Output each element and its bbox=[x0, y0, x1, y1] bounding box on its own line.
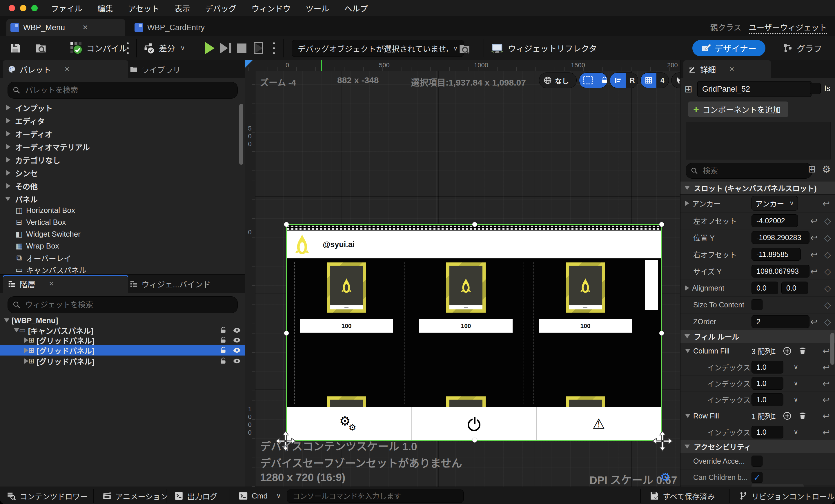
add-component-button[interactable]: + コンポーネントを追加 bbox=[688, 101, 788, 117]
menu-view[interactable]: 表示 bbox=[174, 3, 190, 14]
revert-icon[interactable]: ↩ bbox=[810, 249, 818, 260]
bind-diamond-icon[interactable]: ◇ bbox=[824, 317, 831, 327]
palette-category-editor[interactable]: エディタ bbox=[0, 114, 245, 127]
widget-name-field[interactable] bbox=[697, 81, 812, 97]
diff-button[interactable]: 差分∨ bbox=[159, 36, 185, 60]
eye-icon[interactable] bbox=[233, 336, 241, 344]
can-children-checkbox[interactable]: ✓ bbox=[752, 472, 762, 483]
zorder-field[interactable]: 2 bbox=[752, 315, 810, 328]
revert-icon[interactable]: ↩ bbox=[810, 317, 818, 327]
play-button[interactable] bbox=[205, 42, 215, 55]
compile-options-kebab-icon[interactable] bbox=[127, 42, 129, 54]
resize-handle[interactable] bbox=[659, 331, 664, 336]
tree-node-grid-panel-3[interactable]: ⊞[グリッドパネル] bbox=[0, 356, 245, 366]
revert-icon[interactable]: ↩ bbox=[810, 266, 818, 276]
palette-search[interactable] bbox=[7, 82, 238, 99]
position-y-field[interactable]: -1098.290283 bbox=[752, 231, 810, 244]
index-field[interactable]: 1.0 bbox=[752, 393, 783, 406]
alignment-x-field[interactable]: 0.0 bbox=[752, 282, 778, 294]
chevron-down-icon[interactable]: ∨ bbox=[794, 380, 798, 387]
settings-cell[interactable]: ⚙⚙ bbox=[287, 407, 412, 440]
close-icon[interactable]: ✕ bbox=[729, 65, 734, 73]
palette-category-input[interactable]: インプット bbox=[0, 101, 245, 114]
grid-snap-toggle[interactable]: 4 bbox=[640, 73, 669, 88]
revert-icon[interactable]: ↩ bbox=[810, 233, 818, 243]
traffic-light-close-icon[interactable] bbox=[9, 5, 15, 11]
eye-icon[interactable] bbox=[233, 346, 241, 355]
grid-icon[interactable] bbox=[641, 73, 656, 88]
chevron-down-icon[interactable]: ∨ bbox=[794, 428, 798, 436]
trash-icon[interactable] bbox=[798, 346, 807, 355]
bind-diamond-icon[interactable]: ◇ bbox=[824, 266, 831, 276]
browse-asset-icon[interactable] bbox=[35, 42, 47, 55]
eye-icon[interactable] bbox=[233, 326, 241, 334]
revert-icon[interactable]: ↩ bbox=[822, 395, 830, 405]
chevron-down-icon[interactable]: ∨ bbox=[794, 363, 798, 371]
warning-cell[interactable]: ⚠ bbox=[537, 407, 661, 440]
palette-category-synth[interactable]: シンセ bbox=[0, 166, 245, 179]
tree-node-grid-panel-2-selected[interactable]: ⊞[グリッドパネル] bbox=[0, 345, 245, 356]
palette-category-audio-material[interactable]: オーディオマテリアル bbox=[0, 140, 245, 153]
section-slot[interactable]: スロット (キャンバスパネルスロット) bbox=[680, 182, 835, 195]
resize-handle[interactable] bbox=[472, 438, 477, 443]
tree-node-canvas-panel[interactable]: ▭[キャンバスパネル] bbox=[0, 325, 245, 335]
override-accessibility-checkbox[interactable] bbox=[752, 456, 762, 467]
revert-icon[interactable]: ↩ bbox=[822, 362, 830, 372]
marquee-select-icon[interactable] bbox=[579, 73, 597, 88]
add-element-icon[interactable] bbox=[782, 346, 792, 356]
cursor-tool-button[interactable] bbox=[671, 73, 680, 88]
card-2[interactable] bbox=[446, 262, 486, 313]
palette-item-horizontal-box[interactable]: ◫Horizontal Box bbox=[0, 204, 245, 216]
parent-class-link[interactable]: ユーザーウィジェット bbox=[749, 23, 827, 34]
palette-category-panel[interactable]: パネル bbox=[0, 193, 245, 205]
cmd-dropdown[interactable]: Cmd∨ bbox=[238, 487, 281, 504]
animation-button[interactable]: アニメーション bbox=[102, 487, 168, 504]
chevron-down-icon[interactable]: ∨ bbox=[794, 396, 798, 403]
bind-diamond-icon[interactable]: ◇ bbox=[824, 233, 831, 243]
size-y-field[interactable]: 1098.067993 bbox=[752, 265, 810, 278]
offset-left-field[interactable]: -4.02002 bbox=[752, 214, 798, 227]
debug-object-dropdown[interactable]: デバッグオブジェクトが選択されていません∨ bbox=[292, 40, 464, 57]
settings-gear-icon[interactable]: ⚙ bbox=[822, 164, 831, 175]
content-drawer-button[interactable]: コンテンツドロワー bbox=[6, 487, 87, 504]
trash-icon[interactable] bbox=[798, 411, 807, 420]
menu-help[interactable]: ヘルプ bbox=[344, 3, 368, 14]
tree-node-grid-panel-1[interactable]: ⊞[グリッドパネル] bbox=[0, 335, 245, 345]
respect-locks-toggle[interactable]: R bbox=[610, 73, 638, 88]
tab-hierarchy[interactable]: 階層 ✕ bbox=[3, 275, 128, 293]
widget-reflector-button[interactable]: ウィジェットリフレクタ bbox=[508, 36, 597, 60]
alignment-y-field[interactable]: 0.0 bbox=[781, 282, 808, 294]
close-icon[interactable]: ✕ bbox=[49, 280, 54, 288]
palette-item-canvas-panel[interactable]: ▭キャンバスパネル bbox=[0, 264, 245, 276]
size-to-content-checkbox[interactable] bbox=[752, 299, 762, 310]
details-search[interactable] bbox=[686, 163, 812, 179]
revert-icon[interactable]: ↩ bbox=[822, 427, 830, 437]
graph-mode-button[interactable]: グラフ bbox=[783, 40, 822, 56]
compile-button[interactable]: コンパイル bbox=[86, 36, 127, 60]
revert-icon[interactable]: ↩ bbox=[810, 216, 818, 226]
outline-mode-icon[interactable] bbox=[610, 73, 626, 88]
tab-palette[interactable]: パレット ✕ bbox=[3, 60, 128, 78]
selection-lock-toggle[interactable] bbox=[579, 73, 607, 88]
resize-handle[interactable] bbox=[472, 222, 477, 227]
tab-close-icon[interactable]: ✕ bbox=[82, 23, 88, 32]
index-field[interactable]: 1.0 bbox=[752, 361, 783, 374]
tab-widget-bind[interactable]: ウィジェ...バインド bbox=[125, 275, 216, 293]
lock-icon[interactable] bbox=[220, 357, 227, 365]
menu-edit[interactable]: 編集 bbox=[97, 3, 113, 14]
stop-button[interactable] bbox=[237, 43, 246, 53]
revert-icon[interactable]: ↩ bbox=[822, 411, 830, 421]
offset-right-field[interactable]: -11.89585 bbox=[752, 248, 801, 261]
tree-node-root[interactable]: [WBP_Menu] bbox=[0, 316, 245, 325]
palette-category-other[interactable]: その他 bbox=[0, 180, 245, 192]
bind-diamond-icon[interactable]: ◇ bbox=[824, 283, 831, 293]
is-variable-checkbox[interactable] bbox=[810, 83, 821, 94]
palette-item-vertical-box[interactable]: ⊟Vertical Box bbox=[0, 216, 245, 228]
designer-viewport[interactable]: 0 500 1000 1500 200 500 0 1000 ズーム -4 88… bbox=[245, 60, 680, 487]
save-status-button[interactable]: すべて保存済み bbox=[649, 487, 715, 504]
section-accessibility[interactable]: アクセシビリティ bbox=[680, 440, 835, 453]
lock-icon[interactable] bbox=[597, 73, 607, 88]
index-field[interactable]: 1.0 bbox=[752, 426, 783, 439]
lock-icon[interactable] bbox=[220, 336, 227, 344]
traffic-light-minimize-icon[interactable] bbox=[20, 5, 26, 11]
